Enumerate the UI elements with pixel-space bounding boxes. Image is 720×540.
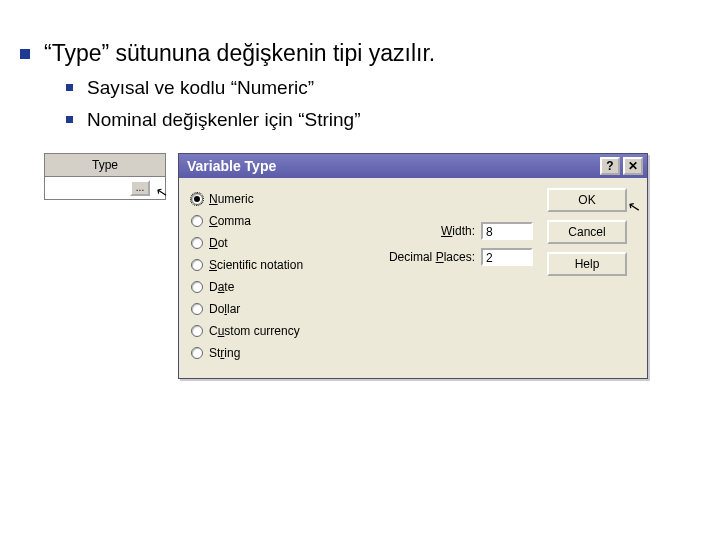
decimal-places-label: Decimal Places: (389, 250, 475, 264)
radio-label: Numeric (209, 192, 254, 206)
width-label: Width: (441, 224, 475, 238)
dialog-title: Variable Type (187, 158, 276, 174)
type-column-snippet: Type ... ↖ (44, 153, 166, 200)
radio-comma[interactable]: Comma (191, 210, 361, 232)
variable-type-dialog: Variable Type ? ✕ Numeric Comma (178, 153, 648, 379)
radio-label: Dot (209, 236, 228, 250)
radio-label: Custom currency (209, 324, 300, 338)
dialog-close-button[interactable]: ✕ (623, 157, 643, 175)
type-radio-group: Numeric Comma Dot Scientific notation (191, 188, 361, 364)
radio-custom-currency[interactable]: Custom currency (191, 320, 361, 342)
cancel-button[interactable]: Cancel (547, 220, 627, 244)
help-button[interactable]: Help (547, 252, 627, 276)
radio-label: Comma (209, 214, 251, 228)
radio-icon (191, 347, 203, 359)
radio-string[interactable]: String (191, 342, 361, 364)
ok-button[interactable]: OK (547, 188, 627, 212)
sub-bullet-text: Nominal değişkenler için “String” (87, 109, 361, 131)
radio-icon (191, 193, 203, 205)
radio-icon (191, 303, 203, 315)
sub-bullet-text: Sayısal ve kodlu “Numeric” (87, 77, 314, 99)
cursor-icon: ↖ (154, 183, 169, 201)
radio-icon (191, 325, 203, 337)
radio-label: Scientific notation (209, 258, 303, 272)
radio-icon (191, 281, 203, 293)
radio-label: Date (209, 280, 234, 294)
width-input[interactable]: 8 (481, 222, 533, 240)
main-bullet-text: “Type” sütununa değişkenin tipi yazılır. (44, 40, 435, 67)
radio-dot[interactable]: Dot (191, 232, 361, 254)
decimal-places-input[interactable]: 2 (481, 248, 533, 266)
radio-dollar[interactable]: Dollar (191, 298, 361, 320)
bullet-icon (20, 49, 30, 59)
radio-date[interactable]: Date (191, 276, 361, 298)
dialog-help-button[interactable]: ? (600, 157, 620, 175)
radio-icon (191, 215, 203, 227)
dialog-titlebar: Variable Type ? ✕ (179, 154, 647, 178)
radio-label: String (209, 346, 240, 360)
cursor-icon: ↖ (626, 197, 642, 217)
radio-icon (191, 237, 203, 249)
radio-icon (191, 259, 203, 271)
bullet-icon (66, 116, 73, 123)
bullet-icon (66, 84, 73, 91)
radio-label: Dollar (209, 302, 240, 316)
type-column-header: Type (45, 154, 165, 177)
type-cell-ellipsis-button[interactable]: ... (130, 180, 150, 196)
radio-scientific[interactable]: Scientific notation (191, 254, 361, 276)
radio-numeric[interactable]: Numeric (191, 188, 361, 210)
